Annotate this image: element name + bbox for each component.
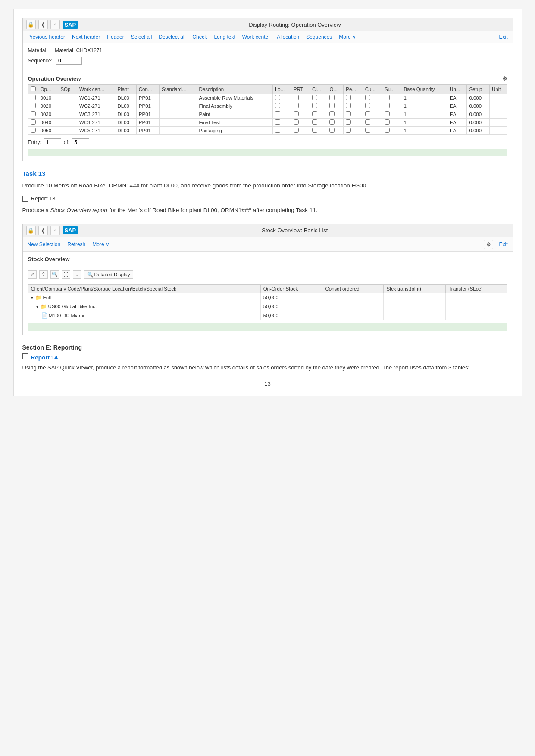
col-prt: PRT [291, 85, 310, 94]
row-o [327, 119, 344, 127]
row-select[interactable] [31, 111, 36, 116]
settings-icon[interactable]: ⚙ [502, 75, 507, 82]
report14-title: Report 14 [22, 353, 513, 361]
cu-checkbox[interactable] [365, 103, 370, 108]
su-checkbox[interactable] [385, 119, 390, 125]
tree-expand-icon[interactable]: ▼ [30, 295, 34, 300]
new-selection-btn[interactable]: New Selection [26, 241, 62, 248]
entry-input[interactable] [44, 138, 61, 146]
o-checkbox[interactable] [329, 111, 335, 116]
o-checkbox[interactable] [329, 128, 335, 133]
pe-checkbox[interactable] [346, 95, 351, 100]
cl-checkbox[interactable] [312, 111, 317, 116]
stock-home-icon[interactable]: ⌂ [50, 226, 60, 235]
stock-exit-btn[interactable]: Exit [497, 241, 509, 248]
sequence-input[interactable] [56, 57, 82, 65]
tree-expand-icon[interactable]: ▼ [35, 304, 40, 309]
routing-content: Material Material_CHDX1271 Sequence: Ope… [23, 43, 513, 161]
row-select[interactable] [31, 95, 36, 100]
next-header-btn[interactable]: Next header [71, 34, 101, 41]
pe-checkbox[interactable] [346, 103, 351, 108]
o-checkbox[interactable] [329, 95, 335, 100]
back-icon[interactable]: ❮ [38, 20, 48, 29]
cu-checkbox[interactable] [365, 111, 370, 116]
tree-cell-consgt [322, 302, 384, 311]
su-checkbox[interactable] [385, 103, 390, 108]
header-btn[interactable]: Header [106, 34, 125, 41]
row-select[interactable] [31, 128, 36, 133]
row-checkbox[interactable] [28, 119, 38, 127]
task13-body: Produce 10 Men's off Road Bike, ORMN1###… [22, 181, 513, 190]
row-select[interactable] [31, 119, 36, 125]
lo-checkbox[interactable] [275, 95, 280, 100]
su-checkbox[interactable] [385, 111, 390, 116]
cl-checkbox[interactable] [312, 95, 317, 100]
su-checkbox[interactable] [385, 95, 390, 100]
more-btn[interactable]: More ∨ [338, 34, 357, 41]
stock-lock-icon[interactable]: 🔒 [26, 226, 36, 235]
select-all-checkbox[interactable] [31, 86, 36, 91]
detailed-display-btn[interactable]: 🔍 Detailed Display [84, 270, 133, 279]
pe-checkbox[interactable] [346, 128, 351, 133]
of-input[interactable] [72, 138, 89, 146]
row-pe [344, 94, 363, 102]
prt-checkbox[interactable] [294, 111, 299, 116]
prt-checkbox[interactable] [294, 103, 299, 108]
stock-back-icon[interactable]: ❮ [38, 226, 48, 235]
row-select[interactable] [31, 103, 36, 108]
sequences-btn[interactable]: Sequences [305, 34, 333, 41]
prt-checkbox[interactable] [294, 119, 299, 125]
lock-icon[interactable]: 🔒 [26, 20, 36, 29]
lo-checkbox[interactable] [275, 128, 280, 133]
home-icon[interactable]: ⌂ [50, 20, 60, 29]
col-desc: Description [197, 85, 272, 94]
tree-cell-onorder: 50,000 [260, 302, 322, 311]
lo-checkbox[interactable] [275, 111, 280, 116]
cu-checkbox[interactable] [365, 95, 370, 100]
task13-body2: Produce a Stock Overview report for the … [22, 206, 513, 215]
lo-checkbox[interactable] [275, 103, 280, 108]
filter-icon3[interactable]: 🔍 [50, 270, 59, 279]
stock-more-btn[interactable]: More ∨ [91, 241, 111, 248]
check-btn[interactable]: Check [191, 34, 208, 41]
work-center-btn[interactable]: Work center [241, 34, 271, 41]
row-plant: DL00 [115, 102, 136, 110]
row-standard [160, 127, 197, 135]
stock-settings-icon[interactable]: ⚙ [484, 240, 493, 249]
cl-checkbox[interactable] [312, 128, 317, 133]
pe-checkbox[interactable] [346, 111, 351, 116]
allocation-btn[interactable]: Allocation [275, 34, 300, 41]
stock-col-transfer: Transfer (SLoc) [446, 284, 507, 293]
deselect-all-btn[interactable]: Deselect all [157, 34, 187, 41]
row-standard [160, 94, 197, 102]
lo-checkbox[interactable] [275, 119, 280, 125]
o-checkbox[interactable] [329, 103, 335, 108]
row-setup: 0.000 [467, 119, 490, 127]
o-checkbox[interactable] [329, 119, 335, 125]
filter-icon4[interactable]: ⛶ [62, 270, 70, 279]
table-row: 0010 WC1-271 DL00 PP01 Assemble Raw Mate… [28, 94, 507, 102]
exit-btn[interactable]: Exit [497, 34, 509, 41]
refresh-btn[interactable]: Refresh [66, 241, 87, 248]
row-un: EA [447, 94, 467, 102]
filter-icon5[interactable]: ⌄ [73, 270, 81, 279]
row-checkbox[interactable] [28, 102, 38, 110]
su-checkbox[interactable] [385, 128, 390, 133]
filter-icon2[interactable]: ⇧ [39, 270, 48, 279]
cu-checkbox[interactable] [365, 128, 370, 133]
long-text-btn[interactable]: Long text [213, 34, 236, 41]
stock-filter-bar: ⤢ ⇧ 🔍 ⛶ ⌄ 🔍 Detailed Display [28, 269, 507, 281]
prt-checkbox[interactable] [294, 95, 299, 100]
row-checkbox[interactable] [28, 110, 38, 119]
of-label: of: [64, 139, 69, 145]
prt-checkbox[interactable] [294, 128, 299, 133]
filter-icon1[interactable]: ⤢ [28, 270, 37, 279]
row-checkbox[interactable] [28, 94, 38, 102]
prev-header-btn[interactable]: Previous header [26, 34, 66, 41]
select-all-btn[interactable]: Select all [130, 34, 153, 41]
cl-checkbox[interactable] [312, 103, 317, 108]
cl-checkbox[interactable] [312, 119, 317, 125]
pe-checkbox[interactable] [346, 119, 351, 125]
row-checkbox[interactable] [28, 127, 38, 135]
cu-checkbox[interactable] [365, 119, 370, 125]
